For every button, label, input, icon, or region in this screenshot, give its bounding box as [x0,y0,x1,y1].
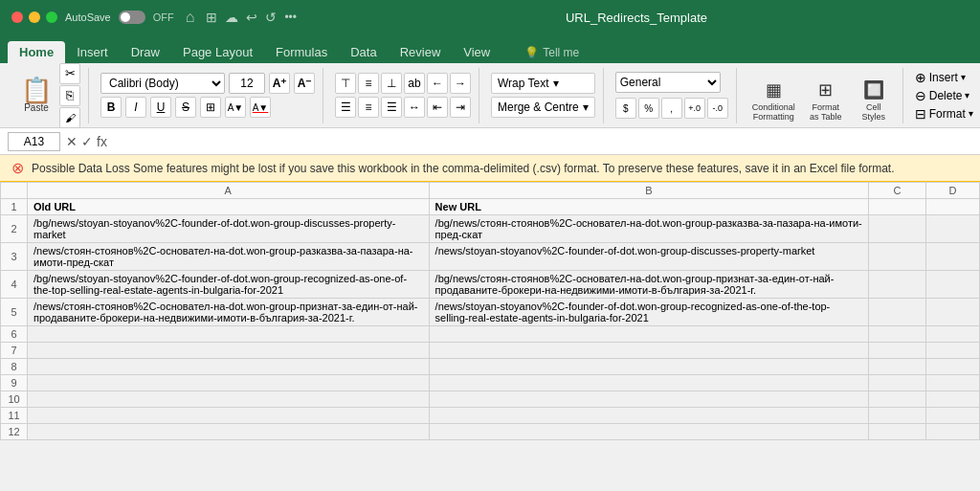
cut-button[interactable]: ✂ [59,63,80,84]
cell-b3[interactable]: /news/stoyan-stoyanov%2C-founder-of-dot.… [429,243,869,271]
align-bottom-button[interactable]: ⊥ [381,73,402,94]
underline-button[interactable]: U [150,97,171,118]
row-header-10[interactable]: 10 [1,391,28,408]
tab-formulas[interactable]: Formulas [264,41,339,63]
rtl-button[interactable]: ↔ [404,97,425,118]
currency-button[interactable]: $ [615,98,636,119]
cell-d2[interactable] [926,215,980,243]
dec-dec-button[interactable]: -.0 [707,98,728,119]
paste-button[interactable]: 📋 Paste [15,76,57,115]
format-cells-button[interactable]: ⊟ Format ▾ [915,106,973,122]
row-header-7[interactable]: 7 [1,343,28,359]
cell-reference-box[interactable]: A13 [8,132,60,151]
tab-page-layout[interactable]: Page Layout [171,41,264,63]
align-left-button[interactable]: ☰ [335,97,356,118]
undo-icon[interactable]: ↩ [246,10,257,25]
cell-b4[interactable]: /bg/news/стоян-стоянов%2C-основател-на-d… [429,271,869,299]
cell-b9[interactable] [429,375,869,391]
cell-b12[interactable] [429,424,869,440]
maximize-button[interactable] [46,11,57,23]
cell-a3[interactable]: /news/стоян-стоянов%2C-основател-на-dot.… [28,243,430,271]
dec-inc-button[interactable]: +.0 [684,98,705,119]
italic-button[interactable]: I [125,97,146,118]
cell-a6[interactable] [28,326,430,343]
cell-d11[interactable] [926,408,980,424]
border-button[interactable]: ⊞ [200,97,221,118]
col-header-b[interactable]: B [429,183,869,199]
more-icon[interactable]: ••• [284,11,297,24]
row-header-2[interactable]: 2 [1,215,28,243]
indent-inc-button[interactable]: → [450,73,471,94]
row-header-5[interactable]: 5 [1,299,28,326]
tab-data[interactable]: Data [339,41,388,63]
cell-c4[interactable] [869,271,926,299]
tab-review[interactable]: Review [389,41,453,63]
cell-c8[interactable] [869,359,926,375]
cell-c5[interactable] [869,299,926,326]
insert-cells-button[interactable]: ⊕ Insert ▾ [915,70,973,85]
cell-b5[interactable]: /news/stoyan-stoyanov%2C-founder-of-dot.… [429,299,869,326]
row-header-4[interactable]: 4 [1,271,28,299]
cell-d1[interactable] [926,199,980,215]
tab-insert[interactable]: Insert [65,41,120,63]
cell-d6[interactable] [926,326,980,343]
format-as-table-button[interactable]: ⊞ Format as Table [805,74,847,123]
cell-c11[interactable] [869,408,926,424]
cancel-formula-icon[interactable]: ✕ [66,134,78,149]
copy-button[interactable]: ⎘ [59,85,80,106]
cell-a4[interactable]: /bg/news/stoyan-stoyanov%2C-founder-of-d… [28,271,430,299]
cell-c3[interactable] [869,243,926,271]
cell-c10[interactable] [869,391,926,408]
align-right-button[interactable]: ☰ [381,97,402,118]
cell-b11[interactable] [429,408,869,424]
col-header-a[interactable]: A [28,183,430,199]
increase-font-button[interactable]: A⁺ [269,73,290,94]
cell-d10[interactable] [926,391,980,408]
tab-view[interactable]: View [452,41,501,63]
dec-indent-button[interactable]: ⇤ [427,97,448,118]
indent-dec-button[interactable]: ← [427,73,448,94]
tab-home[interactable]: Home [8,41,65,63]
cell-a11[interactable] [28,408,430,424]
font-family-select[interactable]: Calibri (Body) [100,73,225,94]
tell-me-input[interactable]: 💡 Tell me [517,42,587,63]
cell-d3[interactable] [926,243,980,271]
row-header-12[interactable]: 12 [1,424,28,440]
number-format-select[interactable]: General [615,72,721,93]
save-icon[interactable]: ⊞ [206,10,217,25]
redo-icon[interactable]: ↺ [265,10,277,25]
merge-centre-button[interactable]: Merge & Centre ▾ [491,97,595,118]
row-header-1[interactable]: 1 [1,199,28,215]
cell-b7[interactable] [429,343,869,359]
cell-a10[interactable] [28,391,430,408]
col-header-d[interactable]: D [926,183,980,199]
cell-b8[interactable] [429,359,869,375]
align-middle-button[interactable]: ≡ [358,73,379,94]
align-center-button[interactable]: ≡ [358,97,379,118]
cell-styles-button[interactable]: 🔲 Cell Styles [853,74,895,123]
cell-c6[interactable] [869,326,926,343]
cell-a1[interactable]: Old URL [28,199,430,215]
cell-d12[interactable] [926,424,980,440]
confirm-formula-icon[interactable]: ✓ [81,134,93,149]
cell-a9[interactable] [28,375,430,391]
col-header-c[interactable]: C [869,183,926,199]
format-painter-button[interactable]: 🖌 [59,107,80,128]
delete-cells-button[interactable]: ⊖ Delete ▾ [915,88,973,103]
cell-c2[interactable] [869,215,926,243]
cell-a8[interactable] [28,359,430,375]
fill-color-button[interactable]: A▼ [225,97,246,118]
align-top-button[interactable]: ⊤ [335,73,356,94]
cell-b10[interactable] [429,391,869,408]
cell-b1[interactable]: New URL [429,199,869,215]
cell-d5[interactable] [926,299,980,326]
cell-d7[interactable] [926,343,980,359]
insert-function-label[interactable]: fx [97,134,107,149]
tab-draw[interactable]: Draw [120,41,171,63]
bold-button[interactable]: B [100,97,122,118]
percent-button[interactable]: % [638,98,659,119]
font-color-button[interactable]: A▼ [250,97,271,118]
cell-b6[interactable] [429,326,869,343]
wrap-text-button[interactable]: Wrap Text ▾ [491,73,595,94]
cell-c7[interactable] [869,343,926,359]
